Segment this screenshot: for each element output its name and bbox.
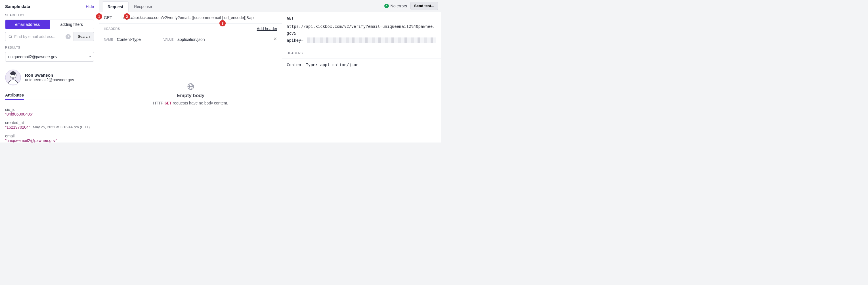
preview-header-line: Content-Type: application/json — [282, 59, 441, 71]
check-circle-icon: ✓ — [384, 4, 389, 8]
send-test-button[interactable]: Send test... — [410, 2, 438, 10]
header-name-label: NAME — [104, 38, 113, 41]
globe-icon — [187, 83, 195, 91]
topbar: Request Response ✓ No errors Send test..… — [99, 0, 441, 12]
preview-headers-title: HEADERS — [282, 48, 441, 59]
empty-body-state: Empty body HTTP GET requests have no bod… — [99, 45, 282, 142]
chevron-down-icon: ▾ — [89, 55, 91, 58]
avatar — [5, 69, 21, 86]
results-select[interactable]: uniqueemail2@pawnee.gov ▾ — [5, 52, 94, 62]
annotation-badge-1: 1 — [96, 13, 102, 20]
preview-apikey-label: apikey= — [287, 38, 304, 42]
empty-body-text: HTTP GET requests have no body content. — [153, 101, 228, 105]
annotation-badge-2: 2 — [124, 13, 130, 20]
svg-point-4 — [12, 75, 12, 76]
search-icon — [8, 34, 12, 39]
redacted-apikey — [307, 37, 436, 43]
search-input-wrap: ? — [5, 32, 73, 41]
svg-point-0 — [9, 35, 12, 38]
request-editor: GET https://api.kickbox.com/v2/verify?em… — [99, 12, 282, 142]
http-method[interactable]: GET — [104, 15, 118, 20]
tab-response[interactable]: Response — [129, 1, 157, 12]
add-header-link[interactable]: Add header — [257, 26, 277, 31]
attr-email: email "uniqueemail2@pawnee.gov" — [5, 134, 94, 142]
search-input[interactable] — [14, 34, 64, 39]
preview-method: GET — [282, 12, 441, 22]
preview-panel: GET https://api.kickbox.com/v2/verify?em… — [282, 12, 441, 142]
segment-email-address[interactable]: email address — [5, 20, 50, 29]
preview-url: https://api.kickbox.com/v2/verify?email=… — [282, 22, 441, 37]
results-label: RESULTS — [5, 46, 94, 49]
no-errors-status: ✓ No errors — [384, 4, 407, 8]
remove-header-button[interactable] — [273, 37, 277, 42]
sample-data-title: Sample data — [5, 4, 30, 9]
person-email: uniqueemail2@pawnee.gov — [25, 77, 74, 82]
annotation-badge-3: 3 — [219, 20, 226, 26]
svg-line-1 — [11, 37, 12, 38]
hide-link[interactable]: Hide — [86, 4, 94, 9]
header-value-label: VALUE — [163, 38, 174, 41]
results-selected: uniqueemail2@pawnee.gov — [8, 55, 57, 59]
attr-created-at: created_at "1621970204" May 25, 2021 at … — [5, 120, 94, 130]
headers-title: HEADERS — [104, 27, 120, 30]
header-name-value[interactable]: Content-Type — [117, 37, 159, 42]
svg-point-5 — [14, 75, 14, 76]
search-button[interactable]: Search — [73, 32, 94, 41]
header-value-value[interactable]: application/json — [177, 37, 269, 42]
tab-request[interactable]: Request — [102, 1, 129, 12]
url-input[interactable]: https://api.kickbox.com/v2/verify?email=… — [122, 15, 277, 20]
attr-cio-id: cio_id "84bf06000405" — [5, 107, 94, 116]
tab-attributes[interactable]: Attributes — [5, 91, 24, 100]
segment-adding-filters[interactable]: adding filters — [50, 20, 94, 29]
person-card: Ron Swanson uniqueemail2@pawnee.gov — [5, 64, 94, 88]
main-panel: Request Response ✓ No errors Send test..… — [99, 0, 441, 142]
search-by-label: SEARCH BY — [5, 13, 94, 17]
sidebar: Sample data Hide SEARCH BY email address… — [0, 0, 99, 142]
close-icon — [273, 37, 277, 41]
attributes-list: cio_id "84bf06000405" created_at "162197… — [5, 103, 94, 142]
search-by-segment: email address adding filters — [5, 20, 94, 29]
person-name: Ron Swanson — [25, 73, 74, 77]
empty-body-title: Empty body — [177, 93, 205, 98]
header-row: NAME Content-Type VALUE application/json — [99, 34, 282, 45]
help-icon[interactable]: ? — [66, 34, 71, 39]
